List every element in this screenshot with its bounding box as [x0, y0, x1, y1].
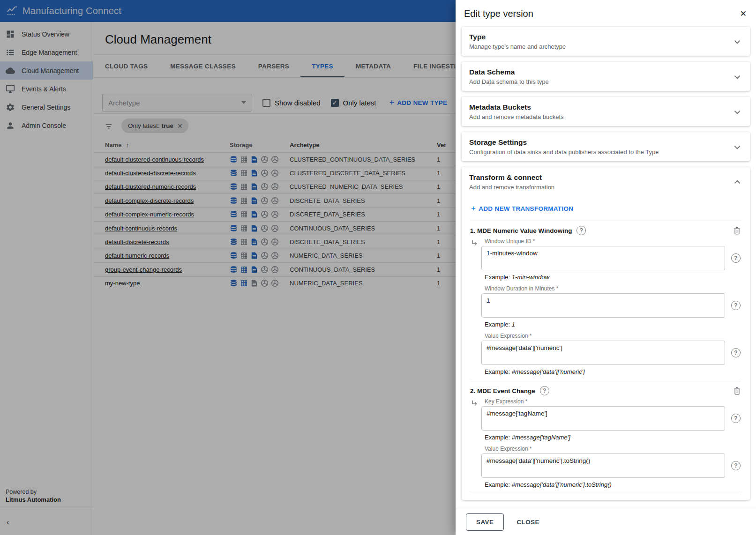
field-window-unique-id: Window Unique ID * 1-minutes-window Exam… — [481, 238, 741, 281]
chevron-down-icon[interactable] — [732, 142, 742, 152]
delete-transformation-icon[interactable] — [733, 226, 741, 235]
save-button[interactable]: SAVE — [466, 513, 504, 531]
section-metadata-buckets-header[interactable]: Metadata Buckets Add and remove metadata… — [469, 103, 742, 120]
drawer-header: Edit type version ✕ — [456, 0, 756, 26]
transformation-title: 1. MDE Numeric Value Windowing — [470, 227, 572, 234]
edit-type-version-drawer: Edit type version ✕ Type Manage type's n… — [456, 0, 756, 535]
transformation-title: 2. MDE Event Change — [470, 387, 535, 394]
field-label: Window Unique ID * — [485, 238, 741, 245]
section-subtitle: Add and remove metadata buckets — [469, 113, 727, 120]
window-unique-id-input[interactable]: 1-minutes-window — [481, 246, 725, 270]
field-window-duration: Window Duration in Minutes * 1 Example: … — [481, 285, 741, 328]
section-type-header[interactable]: Type Manage type's name and archetype — [469, 33, 742, 50]
section-title: Data Schema — [469, 68, 727, 76]
chevron-down-icon[interactable] — [732, 107, 742, 117]
drawer-title: Edit type version — [464, 8, 533, 19]
section-subtitle: Manage type's name and archetype — [469, 43, 727, 50]
field-example: Example: #message['tagName'] — [485, 434, 741, 441]
section-title: Metadata Buckets — [469, 103, 727, 111]
transformation-1: 1. MDE Numeric Value Windowing Window Un… — [469, 221, 742, 381]
field-label: Value Expression * — [485, 333, 741, 339]
delete-transformation-icon[interactable] — [733, 386, 741, 395]
field-key-expression: Key Expression * #message['tagName'] Exa… — [481, 398, 741, 441]
help-icon[interactable] — [731, 301, 741, 310]
divider — [470, 494, 741, 494]
app-window: Manufacturing Connect Status Overview Ed… — [0, 0, 756, 535]
window-duration-input[interactable]: 1 — [481, 293, 725, 318]
field-example: Example: #message['data']['numeric'] — [485, 368, 741, 375]
section-metadata-buckets: Metadata Buckets Add and remove metadata… — [462, 97, 750, 126]
close-button[interactable]: CLOSE — [516, 519, 539, 526]
drawer-body: Type Manage type's name and archetype Da… — [456, 26, 756, 509]
help-icon[interactable] — [731, 253, 741, 263]
section-title: Storage Settings — [469, 138, 727, 147]
field-example: Example: 1-min-window — [485, 274, 741, 281]
field-label: Window Duration in Minutes * — [485, 285, 741, 292]
add-new-transformation-button[interactable]: + ADD NEW TRANSFORMATION — [471, 204, 573, 213]
help-icon[interactable] — [731, 348, 741, 357]
plus-icon: + — [471, 204, 476, 213]
transformation-2: 2. MDE Event Change Key Expression * #me… — [469, 381, 742, 494]
help-icon[interactable] — [576, 226, 586, 235]
subdirectory-arrow-icon — [471, 239, 479, 246]
section-title: Transform & connect — [469, 173, 727, 182]
section-data-schema: Data Schema Add Data schema to this type — [462, 62, 750, 91]
section-subtitle: Add and remove transformation — [469, 184, 727, 191]
drawer-footer: SAVE CLOSE — [456, 509, 756, 535]
value-expression-input[interactable]: #message['data']['numeric'] — [481, 341, 725, 365]
field-value-expression: Value Expression * #message['data']['num… — [481, 446, 741, 488]
field-label: Key Expression * — [485, 398, 741, 405]
modal-scrim[interactable] — [0, 0, 456, 535]
close-icon[interactable]: ✕ — [740, 10, 747, 18]
section-storage-settings: Storage Settings Configuration of data s… — [462, 132, 750, 161]
value-expression-input[interactable]: #message['data']['numeric'].toString() — [481, 453, 725, 478]
key-expression-input[interactable]: #message['tagName'] — [481, 406, 725, 431]
field-label: Value Expression * — [485, 446, 741, 452]
help-icon[interactable] — [731, 461, 741, 470]
section-transform-connect-header[interactable]: Transform & connect Add and remove trans… — [469, 173, 742, 191]
section-storage-settings-header[interactable]: Storage Settings Configuration of data s… — [469, 138, 742, 156]
section-type: Type Manage type's name and archetype — [462, 27, 750, 56]
chevron-down-icon[interactable] — [732, 72, 742, 82]
add-new-transformation-label: ADD NEW TRANSFORMATION — [479, 205, 573, 212]
help-icon[interactable] — [540, 386, 549, 395]
chevron-up-icon[interactable] — [732, 177, 742, 187]
section-subtitle: Add Data schema to this type — [469, 78, 727, 85]
chevron-down-icon[interactable] — [732, 37, 742, 47]
section-data-schema-header[interactable]: Data Schema Add Data schema to this type — [469, 68, 742, 85]
section-title: Type — [469, 33, 727, 41]
section-subtitle: Configuration of data sinks and data pub… — [469, 149, 727, 156]
subdirectory-arrow-icon — [471, 399, 479, 407]
help-icon[interactable] — [731, 414, 741, 423]
field-example: Example: #message['data']['numeric'].toS… — [485, 481, 741, 488]
field-example: Example: 1 — [485, 321, 741, 328]
field-value-expression: Value Expression * #message['data']['num… — [481, 333, 741, 375]
section-transform-connect: Transform & connect Add and remove trans… — [462, 167, 750, 500]
